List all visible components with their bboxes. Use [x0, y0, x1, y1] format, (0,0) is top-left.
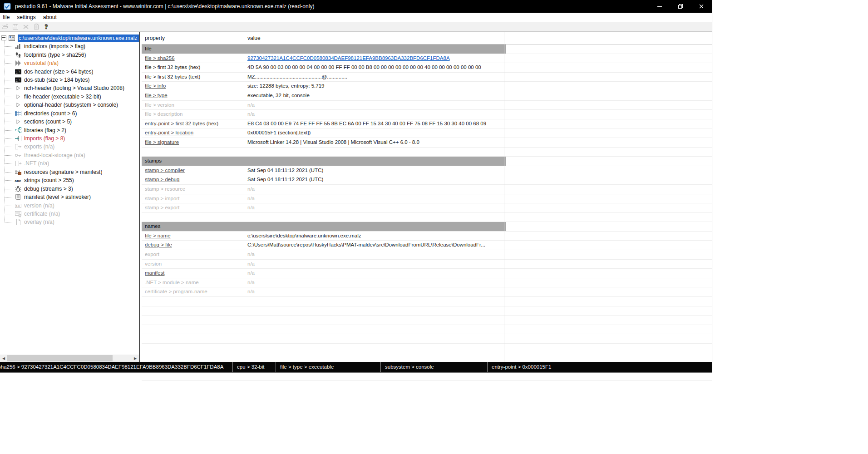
column-header-value: value	[247, 35, 261, 41]
tree-item-directories[interactable]: directories (count > 6)	[0, 109, 139, 118]
tree-item-label: resources (signature > manifest)	[24, 169, 102, 175]
table-row: stamp > exportn/a	[142, 203, 712, 213]
menu-settings[interactable]: settings	[13, 13, 39, 22]
tree-item-label: version (n/a)	[24, 202, 54, 209]
value-cell: n/a	[247, 278, 503, 287]
tree-item-resources[interactable]: resources (signature > manifest)	[0, 168, 139, 176]
status-segment-4: entry-point > 0x000015F1	[487, 362, 593, 372]
strings-icon: abc	[15, 177, 22, 184]
section-label: file	[142, 46, 152, 51]
certificate-icon	[15, 210, 22, 217]
tree-item-exports[interactable]: exports (n/a)	[0, 143, 139, 151]
property-cell: file > description	[145, 110, 242, 119]
open-file-button[interactable]	[1, 22, 11, 31]
close-button[interactable]	[691, 0, 712, 13]
tree-item-sections[interactable]: sections (count > 5)	[0, 118, 139, 126]
section-label: stamps	[142, 158, 162, 163]
copy-button[interactable]	[32, 22, 43, 31]
tree-item-debug[interactable]: debug (streams > 3)	[0, 184, 139, 192]
table-row: file > namec:\users\sire\desktop\malware…	[142, 232, 712, 241]
tree-item-label: strings (count > 255)	[24, 177, 74, 183]
tree-item-rich-header[interactable]: rich-header (tooling > Visual Studio 200…	[0, 84, 139, 92]
scroll-right-button[interactable]: ▶	[132, 355, 139, 362]
section-label: names	[142, 223, 161, 229]
status-segment-label: subsystem > console	[385, 364, 434, 370]
menu-file[interactable]: file	[0, 13, 13, 22]
value-cell: n/a	[247, 260, 503, 269]
tree-item-label: rich-header (tooling > Visual Studio 200…	[24, 85, 124, 91]
tree-item-label: thread-local-storage (n/a)	[24, 152, 85, 158]
property-cell[interactable]: entry-point > location	[145, 128, 242, 138]
resources-icon	[15, 168, 22, 176]
scroll-left-button[interactable]: ◀	[0, 355, 7, 362]
tree-item-dos-stub[interactable]: c:\dos-stub (size > 184 bytes)	[0, 76, 139, 84]
value-cell: Sat Sep 04 18:11:12 2021 (UTC)	[247, 166, 503, 175]
tree-item-net[interactable]: .NET (n/a)	[0, 159, 139, 168]
value-cell: executable, 32-bit, console	[247, 91, 503, 100]
save-icon	[12, 23, 19, 30]
status-segment-label: sha256 > 92730427321A1C4CCFC0D0580834DAE…	[0, 364, 223, 370]
tree-item-label: dos-header (size > 64 bytes)	[24, 69, 93, 75]
property-cell[interactable]: stamp > debug	[145, 175, 242, 184]
tree-item-label: dos-stub (size > 184 bytes)	[24, 77, 89, 83]
status-bar: sha256 > 92730427321A1C4CCFC0D0580834DAE…	[0, 362, 712, 372]
table-row: stamp > debugSat Sep 04 18:11:12 2021 (U…	[142, 175, 712, 185]
manifest-icon	[15, 193, 22, 201]
tree-root[interactable]: c:\users\sire\desktop\malware.unknown.ex…	[0, 34, 139, 42]
help-icon: ?	[43, 23, 50, 30]
section-row-file: file	[142, 44, 712, 54]
property-cell[interactable]: file > sha256	[145, 54, 242, 63]
tree-item-indicators[interactable]: indicators (imports > flag)	[0, 42, 139, 50]
imports-icon	[15, 135, 22, 142]
property-cell[interactable]: file > info	[145, 82, 242, 91]
value-cell: 0x000015F1 (section[.text])	[247, 128, 503, 138]
close-file-button[interactable]	[22, 22, 32, 31]
tree-item-footprints[interactable]: footprints (type > sha256)	[0, 50, 139, 59]
tree-item-label: overlay (n/a)	[24, 219, 54, 225]
tree-item-dos-header[interactable]: c:\dos-header (size > 64 bytes)	[0, 67, 139, 75]
property-cell[interactable]: manifest	[145, 269, 242, 278]
status-segment-2: file > type > executable	[276, 362, 380, 372]
scroll-thumb[interactable]	[7, 355, 113, 361]
h-scrollbar[interactable]: ◀ ▶	[0, 355, 139, 362]
property-cell[interactable]: entry-point > first 32 bytes (hex)	[145, 119, 242, 128]
tree-item-optional-header[interactable]: optional-header (subsystem > console)	[0, 101, 139, 109]
indicators-icon	[15, 43, 22, 50]
property-cell[interactable]: stamp > compiler	[145, 166, 242, 175]
menu-about[interactable]: about	[39, 13, 60, 22]
tree-item-strings[interactable]: abcstrings (count > 255)	[0, 176, 139, 184]
help-button[interactable]: ?	[43, 22, 53, 31]
tree-item-file-header[interactable]: file-header (executable > 32-bit)	[0, 93, 139, 101]
tree-item-thread-local-storage[interactable]: thread-local-storage (n/a)	[0, 151, 139, 159]
value-cell: n/a	[247, 269, 503, 278]
tree-item-manifest[interactable]: manifest (level > asInvoker)	[0, 193, 139, 201]
expand-icon	[15, 93, 22, 100]
tree-item-libraries[interactable]: libraries (flag > 2)	[0, 126, 139, 134]
value-cell[interactable]: 92730427321A1C4CCFC0D0580834DAEF98121EFA…	[247, 54, 503, 63]
overlay-icon	[15, 218, 22, 226]
minimize-button[interactable]	[649, 0, 670, 13]
property-cell[interactable]: file > name	[145, 232, 242, 241]
save-button[interactable]	[11, 22, 22, 31]
tree-item-imports[interactable]: imports (flag > 8)	[0, 134, 139, 143]
tree-item-label: file-header (executable > 32-bit)	[24, 94, 101, 100]
property-cell[interactable]: file > signature	[145, 138, 242, 147]
tree-item-overlay[interactable]: overlay (n/a)	[0, 218, 139, 226]
table-row: exportn/a	[142, 250, 712, 260]
property-cell[interactable]: file > type	[145, 91, 242, 100]
restore-button[interactable]	[670, 0, 691, 13]
status-segment-label: entry-point > 0x000015F1	[492, 364, 551, 370]
table-row: entry-point > location0x000015F1 (sectio…	[142, 128, 712, 138]
tree-item-version[interactable]: 1.0version (n/a)	[0, 201, 139, 209]
section-row-stamps: stamps	[142, 157, 712, 166]
table-row: file > versionn/a	[142, 101, 712, 110]
closefile-icon	[22, 23, 30, 30]
property-cell[interactable]: debug > file	[145, 241, 242, 250]
tree-item-virustotal[interactable]: virustotal (n/a)	[0, 59, 139, 67]
tree-item-certificate[interactable]: certificate (n/a)	[0, 210, 139, 218]
property-cell: stamp > import	[145, 194, 242, 203]
title-bar: pestudio 9.61 - Malware Initial Assessme…	[0, 0, 712, 13]
property-cell: export	[145, 250, 242, 259]
tree-item-label: virustotal (n/a)	[24, 60, 59, 66]
collapse-toggle[interactable]	[1, 35, 6, 40]
